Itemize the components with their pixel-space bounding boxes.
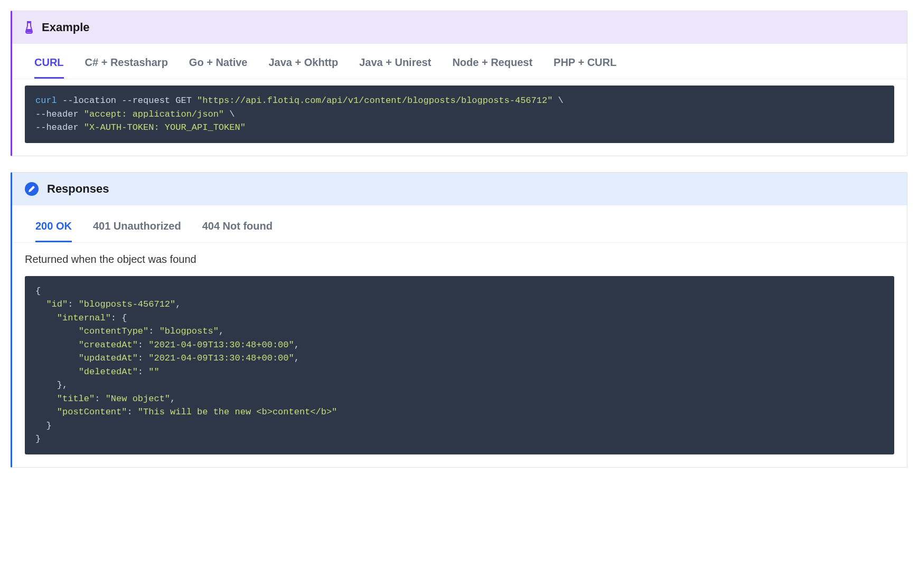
tab-401-unauthorized[interactable]: 401 Unauthorized: [93, 220, 181, 242]
responses-header: Responses: [12, 173, 907, 205]
example-body: CURL C# + Restasharp Go + Native Java + …: [12, 44, 907, 143]
responses-tabs: 200 OK 401 Unauthorized 404 Not found: [12, 205, 907, 243]
flask-icon: [25, 21, 33, 34]
responses-title: Responses: [47, 182, 109, 196]
tab-200-ok[interactable]: 200 OK: [35, 220, 72, 242]
example-tabs: CURL C# + Restasharp Go + Native Java + …: [12, 44, 907, 79]
tab-curl[interactable]: CURL: [34, 56, 64, 79]
example-header: Example: [12, 11, 907, 44]
response-description: Returned when the object was found: [12, 243, 907, 270]
tab-java-unirest[interactable]: Java + Unirest: [359, 56, 431, 79]
response-json-block: { "id": "blogposts-456712", "internal": …: [25, 276, 894, 454]
tab-node-request[interactable]: Node + Request: [452, 56, 532, 79]
responses-panel: Responses 200 OK 401 Unauthorized 404 No…: [11, 172, 907, 468]
pencil-icon: [25, 182, 39, 196]
tab-php-curl[interactable]: PHP + CURL: [554, 56, 616, 79]
responses-body: 200 OK 401 Unauthorized 404 Not found Re…: [12, 205, 907, 454]
tab-csharp-restasharp[interactable]: C# + Restasharp: [85, 56, 168, 79]
tab-go-native[interactable]: Go + Native: [189, 56, 248, 79]
tab-404-not-found[interactable]: 404 Not found: [202, 220, 273, 242]
example-code-block: curl --location --request GET "https://a…: [25, 86, 894, 143]
tab-java-okhttp[interactable]: Java + Okhttp: [268, 56, 338, 79]
example-panel: Example CURL C# + Restasharp Go + Native…: [11, 11, 907, 156]
example-title: Example: [42, 21, 90, 34]
